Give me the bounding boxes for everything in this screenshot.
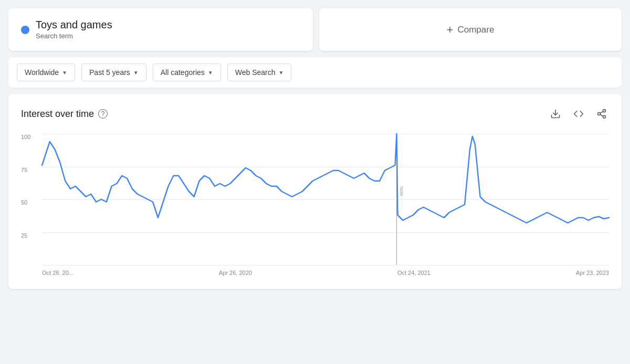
time-chevron-icon: ▼ bbox=[133, 70, 139, 76]
compare-label: Compare bbox=[457, 25, 494, 35]
x-label-1: Oct 28, 20... bbox=[42, 270, 74, 276]
svg-line-4 bbox=[600, 114, 603, 116]
share-button[interactable] bbox=[594, 106, 609, 121]
help-icon[interactable]: ? bbox=[98, 109, 108, 119]
chart-inner: Note bbox=[42, 134, 609, 265]
chart-title: Interest over time bbox=[21, 109, 94, 120]
x-axis-labels: Oct 28, 20... Apr 26, 2020 Oct 24, 2021 … bbox=[42, 265, 609, 281]
compare-plus-icon: + bbox=[447, 23, 454, 37]
region-chevron-icon: ▼ bbox=[62, 70, 67, 76]
chart-header: Interest over time ? bbox=[21, 106, 609, 121]
x-label-3: Oct 24, 2021 bbox=[397, 270, 430, 276]
region-filter[interactable]: Worldwide ▼ bbox=[17, 63, 75, 81]
download-icon bbox=[550, 109, 561, 119]
time-filter[interactable]: Past 5 years ▼ bbox=[81, 63, 146, 81]
y-label-75: 75 bbox=[21, 167, 38, 173]
filters-bar: Worldwide ▼ Past 5 years ▼ All categorie… bbox=[8, 57, 622, 88]
category-chevron-icon: ▼ bbox=[208, 70, 213, 76]
search-term-card: Toys and games Search term bbox=[8, 8, 313, 51]
embed-button[interactable] bbox=[571, 106, 586, 121]
search-term-dot bbox=[21, 26, 29, 34]
time-label: Past 5 years bbox=[89, 68, 130, 77]
category-label: All categories bbox=[161, 68, 205, 77]
search-type-label: Web Search bbox=[235, 68, 276, 77]
embed-icon bbox=[573, 109, 584, 119]
download-button[interactable] bbox=[548, 106, 563, 121]
search-term-name: Toys and games bbox=[36, 19, 112, 31]
chart-card: Interest over time ? bbox=[8, 94, 622, 289]
region-label: Worldwide bbox=[25, 68, 59, 77]
search-term-type: Search term bbox=[36, 32, 73, 40]
y-label-100: 100 bbox=[21, 134, 38, 140]
svg-line-5 bbox=[600, 111, 603, 113]
chart-actions bbox=[548, 106, 609, 121]
chart-area: 100 75 50 25 Note bbox=[21, 134, 609, 281]
search-type-chevron-icon: ▼ bbox=[278, 70, 284, 76]
x-label-2: Apr 26, 2020 bbox=[219, 270, 252, 276]
category-filter[interactable]: All categories ▼ bbox=[153, 63, 221, 81]
trend-line-svg bbox=[42, 134, 609, 265]
compare-card[interactable]: + Compare bbox=[319, 8, 622, 51]
y-label-25: 25 bbox=[21, 232, 38, 239]
share-icon bbox=[596, 109, 607, 119]
search-term-text: Toys and games Search term bbox=[36, 19, 112, 40]
x-label-4: Apr 23, 2023 bbox=[576, 270, 609, 276]
y-label-50: 50 bbox=[21, 199, 38, 206]
search-type-filter[interactable]: Web Search ▼ bbox=[227, 63, 292, 81]
y-axis-labels: 100 75 50 25 bbox=[21, 134, 38, 265]
chart-title-group: Interest over time ? bbox=[21, 109, 108, 120]
